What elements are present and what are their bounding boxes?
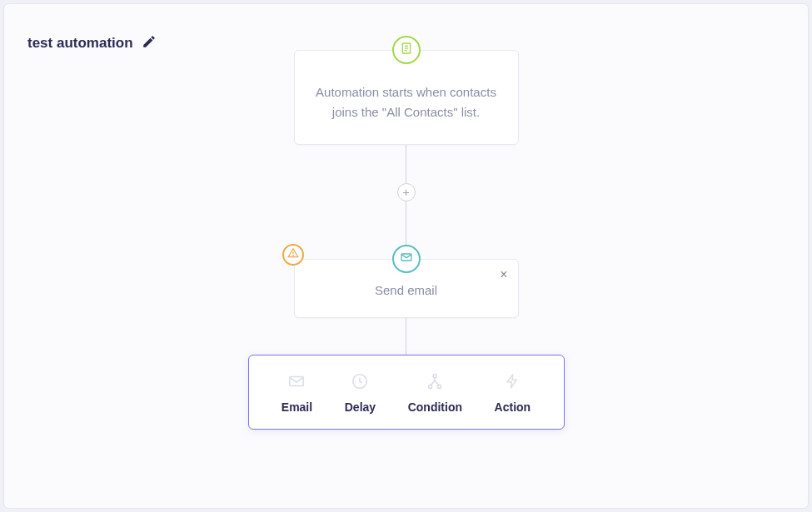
clock-icon [351, 372, 369, 390]
warning-icon [287, 247, 299, 262]
trigger-badge[interactable] [392, 36, 421, 64]
envelope-icon [400, 251, 413, 267]
connector-line [406, 201, 406, 245]
close-icon[interactable]: × [500, 268, 507, 281]
tool-label: Delay [345, 400, 376, 414]
tool-label: Action [495, 400, 531, 414]
tool-condition[interactable]: Condition [408, 372, 462, 414]
email-badge[interactable] [392, 245, 421, 273]
svg-point-9 [433, 375, 436, 378]
edit-icon[interactable] [142, 34, 157, 52]
trigger-card[interactable]: Automation starts when contacts joins th… [294, 50, 519, 145]
lightning-icon [504, 372, 521, 390]
list-icon [400, 42, 413, 58]
email-step-label: Send email [295, 272, 518, 317]
email-step-wrapper: × Send email [294, 245, 519, 318]
add-step-button[interactable]: + [397, 183, 416, 201]
connector-line [406, 318, 406, 355]
branch-icon [426, 372, 444, 390]
automation-canvas: test automation Automation starts when c… [3, 3, 809, 509]
flow-container: Automation starts when contacts joins th… [248, 36, 565, 430]
tool-delay[interactable]: Delay [345, 372, 376, 414]
title-bar: test automation [27, 34, 157, 52]
automation-title: test automation [27, 35, 133, 52]
tool-email[interactable]: Email [281, 372, 312, 414]
svg-point-11 [438, 385, 441, 388]
tool-label: Condition [408, 400, 462, 414]
envelope-icon [287, 372, 306, 390]
svg-point-5 [292, 256, 293, 256]
tool-action[interactable]: Action [495, 372, 531, 414]
warning-badge[interactable] [282, 244, 304, 266]
step-toolbox: Email Delay [248, 355, 565, 430]
tool-label: Email [281, 400, 312, 414]
trigger-description: Automation starts when contacts joins th… [295, 77, 518, 144]
connector-line [406, 145, 406, 183]
svg-point-10 [429, 385, 432, 388]
